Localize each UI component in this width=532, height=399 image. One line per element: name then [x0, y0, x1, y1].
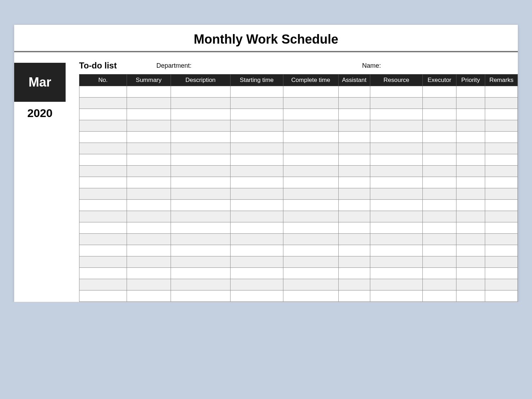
table-cell[interactable]: [423, 245, 456, 256]
table-cell[interactable]: [423, 290, 456, 302]
table-cell[interactable]: [485, 211, 518, 222]
table-cell[interactable]: [423, 200, 456, 211]
table-cell[interactable]: [79, 120, 127, 132]
table-cell[interactable]: [283, 279, 338, 290]
table-cell[interactable]: [456, 109, 485, 120]
table-cell[interactable]: [370, 256, 423, 268]
table-cell[interactable]: [231, 268, 283, 279]
table-cell[interactable]: [456, 256, 485, 268]
table-cell[interactable]: [171, 222, 230, 234]
table-cell[interactable]: [338, 154, 370, 166]
table-cell[interactable]: [456, 120, 485, 132]
table-cell[interactable]: [127, 120, 171, 132]
table-cell[interactable]: [171, 256, 230, 268]
table-cell[interactable]: [338, 166, 370, 177]
table-cell[interactable]: [79, 222, 127, 234]
table-cell[interactable]: [283, 268, 338, 279]
table-cell[interactable]: [423, 256, 456, 268]
table-cell[interactable]: [127, 290, 171, 302]
table-cell[interactable]: [283, 177, 338, 188]
table-cell[interactable]: [231, 222, 283, 234]
table-cell[interactable]: [338, 211, 370, 222]
table-cell[interactable]: [283, 290, 338, 302]
table-cell[interactable]: [370, 188, 423, 200]
table-cell[interactable]: [423, 222, 456, 234]
table-cell[interactable]: [456, 132, 485, 143]
table-cell[interactable]: [456, 268, 485, 279]
table-cell[interactable]: [338, 132, 370, 143]
table-cell[interactable]: [283, 154, 338, 166]
table-cell[interactable]: [79, 132, 127, 143]
table-cell[interactable]: [485, 188, 518, 200]
table-cell[interactable]: [231, 188, 283, 200]
table-cell[interactable]: [456, 143, 485, 154]
table-cell[interactable]: [456, 166, 485, 177]
table-cell[interactable]: [231, 98, 283, 109]
table-cell[interactable]: [283, 211, 338, 222]
table-cell[interactable]: [423, 109, 456, 120]
table-cell[interactable]: [231, 211, 283, 222]
table-cell[interactable]: [456, 154, 485, 166]
table-cell[interactable]: [456, 234, 485, 245]
table-cell[interactable]: [171, 268, 230, 279]
table-cell[interactable]: [370, 166, 423, 177]
table-cell[interactable]: [171, 188, 230, 200]
table-cell[interactable]: [370, 154, 423, 166]
table-cell[interactable]: [338, 98, 370, 109]
table-cell[interactable]: [423, 154, 456, 166]
table-cell[interactable]: [231, 200, 283, 211]
table-cell[interactable]: [338, 256, 370, 268]
table-cell[interactable]: [338, 234, 370, 245]
table-cell[interactable]: [338, 188, 370, 200]
table-cell[interactable]: [370, 222, 423, 234]
table-cell[interactable]: [283, 256, 338, 268]
table-cell[interactable]: [370, 86, 423, 98]
table-cell[interactable]: [485, 98, 518, 109]
table-cell[interactable]: [79, 279, 127, 290]
table-cell[interactable]: [171, 154, 230, 166]
table-cell[interactable]: [127, 98, 171, 109]
table-cell[interactable]: [423, 211, 456, 222]
table-cell[interactable]: [127, 200, 171, 211]
table-cell[interactable]: [283, 98, 338, 109]
table-cell[interactable]: [370, 143, 423, 154]
table-cell[interactable]: [456, 222, 485, 234]
table-cell[interactable]: [370, 268, 423, 279]
table-cell[interactable]: [370, 120, 423, 132]
table-cell[interactable]: [485, 256, 518, 268]
table-cell[interactable]: [423, 177, 456, 188]
table-cell[interactable]: [79, 143, 127, 154]
table-cell[interactable]: [79, 86, 127, 98]
table-cell[interactable]: [231, 234, 283, 245]
table-cell[interactable]: [171, 245, 230, 256]
table-cell[interactable]: [171, 109, 230, 120]
table-cell[interactable]: [485, 200, 518, 211]
table-cell[interactable]: [127, 279, 171, 290]
table-cell[interactable]: [79, 268, 127, 279]
table-cell[interactable]: [231, 245, 283, 256]
table-cell[interactable]: [127, 245, 171, 256]
table-cell[interactable]: [79, 177, 127, 188]
table-cell[interactable]: [283, 132, 338, 143]
table-cell[interactable]: [283, 245, 338, 256]
table-cell[interactable]: [423, 279, 456, 290]
table-cell[interactable]: [79, 245, 127, 256]
table-cell[interactable]: [485, 154, 518, 166]
table-cell[interactable]: [456, 98, 485, 109]
table-cell[interactable]: [127, 132, 171, 143]
table-cell[interactable]: [283, 234, 338, 245]
table-cell[interactable]: [171, 234, 230, 245]
table-cell[interactable]: [423, 120, 456, 132]
table-cell[interactable]: [370, 234, 423, 245]
table-cell[interactable]: [370, 177, 423, 188]
table-cell[interactable]: [127, 143, 171, 154]
table-cell[interactable]: [456, 211, 485, 222]
table-cell[interactable]: [231, 154, 283, 166]
table-cell[interactable]: [127, 188, 171, 200]
table-cell[interactable]: [79, 166, 127, 177]
table-cell[interactable]: [485, 143, 518, 154]
table-cell[interactable]: [79, 200, 127, 211]
table-cell[interactable]: [338, 245, 370, 256]
table-cell[interactable]: [338, 177, 370, 188]
table-cell[interactable]: [370, 109, 423, 120]
